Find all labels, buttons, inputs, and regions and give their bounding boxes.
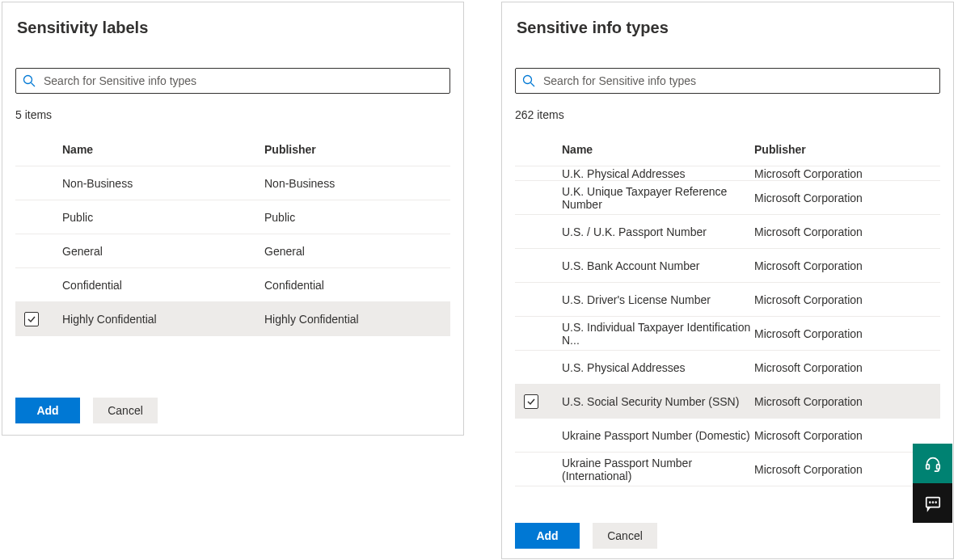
table-row[interactable]: U.S. Physical AddressesMicrosoft Corpora… [515, 351, 940, 385]
chat-icon [924, 495, 942, 512]
row-publisher: Confidential [264, 279, 450, 292]
search-input[interactable] [42, 74, 443, 88]
svg-rect-4 [926, 464, 929, 469]
row-publisher: Microsoft Corporation [754, 225, 940, 238]
svg-rect-5 [936, 464, 939, 469]
search-box[interactable] [515, 68, 940, 94]
checkbox-checked[interactable] [524, 394, 538, 409]
cancel-button[interactable]: Cancel [93, 398, 158, 423]
add-button[interactable]: Add [15, 398, 80, 423]
row-publisher: Microsoft Corporation [754, 327, 940, 340]
row-name: U.S. Driver's License Number [547, 293, 754, 306]
row-publisher: Microsoft Corporation [754, 259, 940, 272]
row-publisher: Public [264, 211, 450, 224]
row-publisher: Microsoft Corporation [754, 361, 940, 374]
sensitivity-labels-panel: Sensitivity labels 5 items Name Publishe… [2, 2, 464, 436]
checkbox-checked[interactable] [24, 312, 39, 326]
row-publisher: Microsoft Corporation [754, 192, 940, 204]
row-name: U.S. Physical Addresses [547, 361, 754, 374]
help-button[interactable] [913, 444, 952, 483]
table-row[interactable]: U.S. Individual Taxpayer Identification … [515, 317, 940, 351]
row-publisher: Non-Business [264, 177, 450, 190]
table-row[interactable]: Non-BusinessNon-Business [15, 166, 450, 200]
labels-table: Name Publisher Non-BusinessNon-BusinessP… [15, 133, 450, 336]
svg-point-8 [932, 502, 933, 503]
headset-icon [924, 455, 942, 473]
row-publisher: Highly Confidential [264, 313, 450, 326]
svg-point-2 [524, 76, 532, 84]
row-name: U.K. Unique Taxpayer Reference Number [547, 185, 754, 211]
table-header: Name Publisher [515, 133, 940, 166]
row-publisher: Microsoft Corporation [754, 167, 940, 180]
row-name: Public [48, 211, 264, 224]
header-name[interactable]: Name [48, 143, 264, 156]
item-count: 5 items [15, 108, 463, 121]
svg-point-7 [929, 502, 930, 503]
table-row[interactable]: ConfidentialConfidential [15, 268, 450, 302]
feedback-button[interactable] [913, 483, 952, 523]
table-row[interactable]: Ukraine Passport Number (Domestic)Micros… [515, 419, 940, 453]
item-count: 262 items [515, 108, 953, 121]
search-input[interactable] [542, 74, 933, 88]
row-name: U.S. Social Security Number (SSN) [547, 395, 754, 408]
row-publisher: Microsoft Corporation [754, 395, 940, 408]
row-name: Ukraine Passport Number (International) [547, 457, 754, 482]
table-row-partial[interactable]: U.K. Physical Addresses Microsoft Corpor… [515, 166, 940, 181]
table-row[interactable]: U.S. / U.K. Passport NumberMicrosoft Cor… [515, 215, 940, 249]
row-publisher: Microsoft Corporation [754, 293, 940, 306]
row-name: U.S. Individual Taxpayer Identification … [547, 321, 754, 347]
sensitive-info-types-panel: Sensitive info types 262 items Name Publ… [501, 2, 954, 559]
row-name: Confidential [48, 279, 264, 292]
table-row[interactable]: PublicPublic [15, 200, 450, 234]
row-name: Non-Business [48, 177, 264, 190]
header-name[interactable]: Name [547, 143, 754, 156]
info-types-table: Name Publisher U.K. Physical Addresses M… [515, 133, 940, 486]
add-button[interactable]: Add [515, 523, 580, 549]
table-row[interactable]: Highly ConfidentialHighly Confidential [15, 302, 450, 336]
svg-line-3 [531, 83, 535, 87]
table-row[interactable]: U.S. Bank Account NumberMicrosoft Corpor… [515, 249, 940, 283]
row-name: U.K. Physical Addresses [547, 167, 754, 180]
row-name: U.S. / U.K. Passport Number [547, 225, 754, 238]
search-box[interactable] [15, 68, 450, 94]
search-icon [522, 74, 535, 87]
table-row[interactable]: U.S. Social Security Number (SSN)Microso… [515, 385, 940, 419]
row-name: Ukraine Passport Number (Domestic) [547, 429, 754, 442]
header-publisher[interactable]: Publisher [264, 143, 450, 156]
table-row[interactable]: Ukraine Passport Number (International)M… [515, 453, 940, 486]
header-publisher[interactable]: Publisher [754, 143, 940, 156]
table-header: Name Publisher [15, 133, 450, 166]
svg-point-9 [935, 502, 936, 503]
panel-title: Sensitivity labels [17, 19, 463, 37]
svg-line-1 [32, 83, 36, 87]
row-publisher: General [264, 245, 450, 258]
svg-point-0 [24, 76, 32, 84]
cancel-button[interactable]: Cancel [593, 523, 657, 549]
row-name: General [48, 245, 264, 258]
panel-title: Sensitive info types [517, 19, 953, 37]
table-row[interactable]: U.S. Driver's License NumberMicrosoft Co… [515, 283, 940, 317]
search-icon [23, 74, 36, 87]
row-publisher: Microsoft Corporation [754, 429, 940, 442]
row-name: Highly Confidential [48, 313, 264, 326]
table-row[interactable]: U.K. Unique Taxpayer Reference NumberMic… [515, 181, 940, 215]
table-row[interactable]: GeneralGeneral [15, 234, 450, 268]
row-name: U.S. Bank Account Number [547, 259, 754, 272]
